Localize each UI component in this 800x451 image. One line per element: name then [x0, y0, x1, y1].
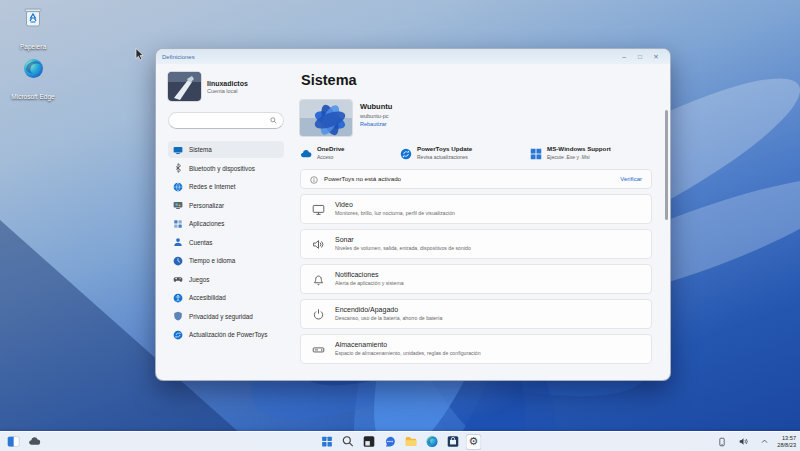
profile-name: linuxadictos: [207, 79, 248, 88]
apps-icon: [173, 219, 183, 229]
widgets-icon[interactable]: [5, 434, 21, 450]
quick-links-row: OneDrive Acceso PowerToys Update Revisa …: [300, 145, 652, 160]
search-icon[interactable]: [340, 434, 356, 450]
taskbar-center: ⚙: [319, 432, 482, 451]
powertoys-update-icon: [400, 146, 412, 158]
close-button[interactable]: ✕: [648, 49, 664, 64]
taskbar: ⚙ 13:57 28/8/23: [0, 431, 800, 451]
clock-date: 28/8/23: [777, 442, 796, 448]
settings-card-almacenamiento[interactable]: Almacenamiento Espacio de almacenamiento…: [300, 334, 652, 364]
globe-icon: [173, 182, 183, 192]
recycle-bin-icon: [8, 5, 58, 33]
task-view-icon[interactable]: [361, 434, 377, 450]
maximize-button[interactable]: □: [632, 49, 648, 64]
onedrive-cloud-icon: [300, 146, 312, 158]
quick-link-onedrive[interactable]: OneDrive Acceso: [300, 145, 400, 160]
windows-logo-icon: [530, 146, 542, 158]
avatar: [168, 72, 201, 101]
settings-gear-icon[interactable]: ⚙: [466, 434, 482, 450]
taskbar-left: [5, 432, 42, 451]
sidebar-item-accesibilidad[interactable]: Accesibilidad: [168, 289, 284, 306]
speaker-icon[interactable]: [735, 434, 751, 450]
desktop-icon-microsoft-edge[interactable]: Microsoft Edge: [8, 58, 58, 103]
bluetooth-icon: [173, 163, 183, 173]
minimize-button[interactable]: –: [616, 49, 632, 64]
device-wallpaper-thumbnail: [300, 100, 352, 136]
sidebar-item-privacidad-y-seguridad[interactable]: Privacidad y seguridad: [168, 308, 284, 325]
sidebar: linuxadictos Cuenta local Sistema: [156, 64, 290, 380]
shield-icon: [173, 311, 183, 321]
power-icon: [312, 307, 325, 320]
rename-device-link[interactable]: Rebautizar: [360, 121, 392, 127]
time-language-icon: [173, 256, 183, 266]
sidebar-nav: Sistema Bluetooth y dispositivos Redes e…: [168, 141, 284, 343]
store-icon[interactable]: [445, 434, 461, 450]
device-name: Wubuntu: [360, 102, 392, 111]
desktop-icon-recycle-bin[interactable]: Papelera: [8, 5, 58, 53]
powertoys-status-banner: PowerToys no está activado Verificar: [300, 169, 652, 189]
banner-text: PowerToys no está activado: [324, 175, 401, 182]
gaming-icon: [173, 274, 183, 284]
info-icon: [310, 170, 318, 188]
sidebar-item-personalizar[interactable]: Personalizar: [168, 197, 284, 214]
vertical-scrollbar[interactable]: [665, 110, 668, 220]
desktop-icon-label: Papelera: [20, 43, 46, 50]
sidebar-item-actualizacion-de-powertoys[interactable]: Actualización de PowerToys: [168, 326, 284, 343]
quick-link-powertoys-update[interactable]: PowerToys Update Revisa actualizaciones: [400, 145, 530, 160]
user-profile[interactable]: linuxadictos Cuenta local: [168, 72, 284, 101]
start-icon[interactable]: [319, 434, 335, 450]
sidebar-item-juegos[interactable]: Juegos: [168, 271, 284, 288]
file-explorer-icon[interactable]: [403, 434, 419, 450]
sidebar-item-redes-e-internet[interactable]: Redes e Internet: [168, 178, 284, 195]
edge-icon: [8, 58, 58, 83]
accounts-icon: [173, 237, 183, 247]
settings-card-encendido-apagado[interactable]: Encendido/Apagado Descanso, uso de la ba…: [300, 299, 652, 329]
window-title: Definiciones: [162, 54, 195, 60]
main-content: Sistema Wubuntu wubuntu-pc Rebautiz: [290, 64, 670, 380]
settings-window: Definiciones – □ ✕ linuxadictos: [155, 48, 671, 381]
device-card: Wubuntu wubuntu-pc Rebautizar: [300, 100, 652, 136]
speaker-icon: [312, 237, 325, 250]
phone-icon[interactable]: [714, 434, 730, 450]
quick-link-ms-windows-support[interactable]: MS-Windows Support Ejecute .Exe y .Msi: [530, 145, 611, 160]
storage-icon: [312, 342, 325, 355]
chevron-up-icon[interactable]: [756, 434, 772, 450]
device-hostname: wubuntu-pc: [360, 113, 392, 119]
verify-link[interactable]: Verificar: [620, 176, 642, 182]
settings-card-notificaciones[interactable]: Notificaciones Alerta de aplicación y si…: [300, 264, 652, 294]
chat-icon[interactable]: [382, 434, 398, 450]
update-icon: [173, 330, 183, 340]
sidebar-item-tiempo-e-idioma[interactable]: Tiempo e idioma: [168, 252, 284, 269]
titlebar[interactable]: Definiciones – □ ✕: [156, 49, 670, 64]
profile-account-type: Cuenta local: [207, 88, 248, 94]
sidebar-item-aplicaciones[interactable]: Aplicaciones: [168, 215, 284, 232]
system-tray: 13:57 28/8/23: [714, 432, 796, 451]
cloud-icon[interactable]: [26, 434, 42, 450]
sidebar-item-bluetooth-y-dispositivos[interactable]: Bluetooth y dispositivos: [168, 160, 284, 177]
sidebar-item-sistema[interactable]: Sistema: [168, 141, 284, 158]
settings-card-video[interactable]: Video Monitores, brillo, luz nocturna, p…: [300, 194, 652, 224]
search-icon: [270, 117, 277, 124]
search-input[interactable]: [168, 112, 284, 129]
settings-card-sonar[interactable]: Sonar Niveles de volumen, salida, entrad…: [300, 229, 652, 259]
bell-icon: [312, 272, 325, 285]
page-title: Sistema: [301, 72, 652, 88]
sidebar-item-cuentas[interactable]: Cuentas: [168, 234, 284, 251]
accessibility-icon: [173, 293, 183, 303]
taskbar-clock[interactable]: 13:57 28/8/23: [777, 435, 796, 448]
edge-icon[interactable]: [424, 434, 440, 450]
personalization-icon: [173, 200, 183, 210]
display-outline-icon: [312, 202, 325, 215]
display-icon: [173, 145, 183, 155]
desktop-icon-label: Microsoft Edge: [11, 93, 54, 100]
